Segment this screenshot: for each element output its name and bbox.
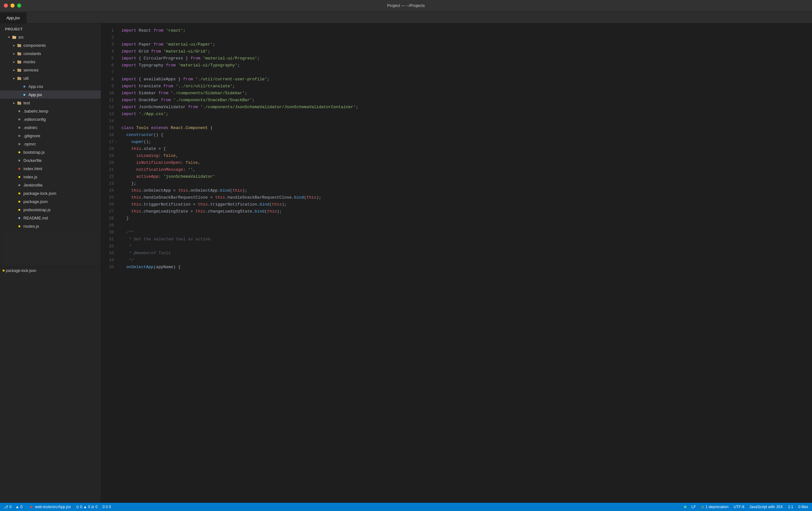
connection-dot: [684, 506, 687, 508]
sidebar-item-util[interactable]: util: [0, 74, 101, 82]
file-app-css-label: App.css: [28, 84, 98, 89]
chevron-icon: [11, 100, 17, 105]
bottom-file-label: package-lock.json: [6, 268, 36, 273]
file-icon: ■: [17, 133, 22, 139]
sidebar-item-test[interactable]: test: [0, 98, 101, 107]
file-routes-label: routes.js: [23, 224, 98, 229]
folder-constants-label: constants: [23, 51, 98, 56]
folder-icon: [17, 42, 22, 48]
html-file-icon: ■: [17, 166, 22, 171]
sidebar-item-src[interactable]: src: [0, 33, 101, 41]
lf-status[interactable]: LF: [692, 505, 696, 509]
sidebar-item-routes[interactable]: ■ routes.js: [0, 222, 101, 230]
sidebar-item-app-jsx[interactable]: ■ App.jsx: [0, 90, 101, 98]
file-icon: ■: [17, 124, 22, 130]
file-index-js-label: index.js: [23, 175, 98, 179]
folder-icon: [17, 100, 22, 106]
sidebar-item-pkg[interactable]: ■ package.json: [0, 197, 101, 205]
file-editorconfig-label: .editorconfig: [23, 117, 98, 122]
file-dockerfile-label: Dockerfile: [23, 158, 98, 163]
js-file-icon: ■: [17, 149, 22, 155]
sidebar-item-constants[interactable]: constants: [0, 49, 101, 58]
file-type-icon: ■: [30, 505, 32, 509]
status-right: LF ⚠ 1 deprecation UTF-8 JavaScript with…: [684, 505, 808, 509]
file-counts: 0 0 0: [103, 505, 111, 509]
file-icon: ■: [17, 116, 22, 122]
json-file-icon: ■: [17, 199, 22, 204]
file-icon: ■: [17, 141, 22, 147]
maximize-button[interactable]: [17, 3, 21, 7]
sidebar-item-mocks[interactable]: mocks: [0, 58, 101, 66]
git-count: 0: [9, 505, 12, 509]
main-content: Project src components constants: [0, 23, 812, 503]
sidebar-item-npmrc[interactable]: ■ .npmrc: [0, 140, 101, 148]
folder-components-label: components: [23, 43, 98, 48]
sidebar-header: Project: [0, 25, 101, 33]
sidebar-item-index-html[interactable]: ■ index.html: [0, 165, 101, 173]
cursor-position[interactable]: 1:1: [788, 505, 793, 509]
file-eslintrc-label: .eslintrc: [23, 125, 98, 130]
file-icon: ■: [17, 108, 22, 114]
folder-src-label: src: [18, 35, 98, 39]
code-editor[interactable]: 12345 678910 1112131415 1617‹ 1819202122…: [101, 23, 812, 503]
deprecation-warning[interactable]: ⚠ 1 deprecation: [701, 505, 728, 509]
minimize-button[interactable]: [10, 3, 14, 7]
file-readme-label: README.md: [23, 216, 98, 220]
file-pkg-lock-label: package-lock.json: [23, 191, 98, 196]
sidebar-item-dockerfile[interactable]: ■ Dockerfile: [0, 156, 101, 165]
tab-app-jsx[interactable]: App.jsx: [0, 12, 27, 23]
sidebar-item-eslintrc[interactable]: ■ .eslintrc: [0, 123, 101, 132]
status-left: ⎇ 0 ▲ 0: [4, 505, 23, 509]
chevron-icon: [6, 34, 11, 39]
svg-rect-1: [12, 36, 14, 37]
window-controls[interactable]: [4, 3, 21, 7]
close-button[interactable]: [4, 3, 8, 7]
chevron-icon: [11, 76, 17, 81]
chevron-icon: [11, 43, 17, 48]
bottom-file-json-icon: ■: [3, 269, 5, 273]
sidebar-item-index-js[interactable]: ■ index.js: [0, 173, 101, 181]
tab-bar: App.jsx: [0, 11, 812, 23]
file-path-text: web-tools/src/App.jsx: [35, 505, 71, 509]
sidebar-item-jenkinsfile[interactable]: ■ Jenkinsfile: [0, 181, 101, 189]
md-file-icon: ■: [17, 215, 22, 221]
svg-rect-7: [18, 60, 19, 61]
warning-count[interactable]: ▲ 0: [16, 505, 23, 509]
code-content[interactable]: import React from 'react'; import Paper …: [116, 23, 812, 503]
sidebar-item-pkg-lock[interactable]: ■ package-lock.json: [0, 189, 101, 197]
triangle-icon: ▲: [16, 505, 19, 509]
file-preview-thumbnail: [4, 233, 97, 264]
sidebar-item-services[interactable]: services: [0, 66, 101, 74]
file-babelrc-label: .babelrc.temp: [23, 109, 98, 114]
file-prebootstrap-label: prebootstrap.js: [23, 207, 98, 212]
folder-mocks-label: mocks: [23, 59, 98, 64]
sidebar-item-editorconfig[interactable]: ■ .editorconfig: [0, 115, 101, 123]
file-app-jsx-label: App.jsx: [28, 92, 98, 97]
file-path-status: ■ web-tools/src/App.jsx: [30, 505, 71, 509]
sidebar-item-prebootstrap[interactable]: ■ prebootstrap.js: [0, 205, 101, 214]
line-numbers: 12345 678910 1112131415 1617‹ 1819202122…: [101, 23, 116, 503]
file-index-html-label: index.html: [23, 166, 98, 171]
sidebar-item-gitignore[interactable]: ■ .gitignore: [0, 132, 101, 140]
chevron-icon: [11, 51, 17, 56]
chevron-icon: [11, 67, 17, 73]
sidebar-item-bootstrap[interactable]: ■ bootstrap.js: [0, 148, 101, 156]
folder-services-label: services: [23, 68, 98, 73]
js-file-icon: ■: [17, 207, 22, 212]
file-gitignore-label: .gitignore: [23, 134, 98, 138]
css-file-icon: ■: [22, 84, 27, 89]
folder-util-label: util: [23, 76, 98, 81]
file-explorer: Project src components constants: [0, 23, 101, 503]
folder-test-label: test: [23, 101, 98, 105]
encoding-status[interactable]: UTF-8: [733, 505, 744, 509]
sidebar-item-app-css[interactable]: ■ App.css: [0, 82, 101, 90]
window-title: Project — ~/Projects: [387, 3, 425, 8]
js-file-icon: ■: [17, 174, 22, 179]
svg-rect-5: [18, 52, 19, 53]
sidebar-item-babelrc[interactable]: ■ .babelrc.temp: [0, 107, 101, 115]
sidebar-item-readme[interactable]: ■ README.md: [0, 214, 101, 222]
language-status[interactable]: JavaScript with JSX: [749, 505, 783, 509]
git-status[interactable]: ⎇ 0: [4, 505, 12, 509]
sidebar-item-components[interactable]: components: [0, 41, 101, 49]
folder-icon: [17, 51, 22, 56]
